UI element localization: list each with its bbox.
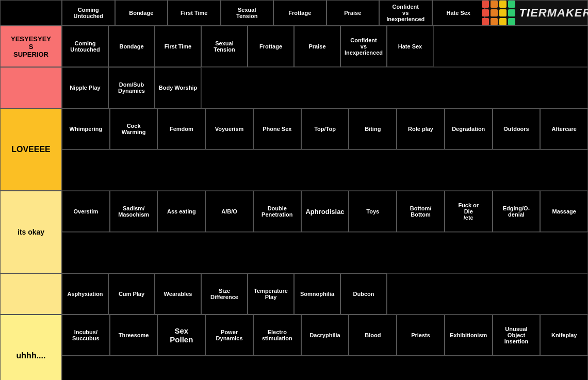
header-col-4: SexualTension: [221, 0, 274, 26]
logo-grid: [482, 1, 515, 25]
logo-text: TiERMAKER: [519, 6, 588, 20]
list-item[interactable]: Hate Sex: [387, 26, 433, 67]
list-item[interactable]: Asphyxiation: [62, 273, 108, 315]
tier-b-items2: Asphyxiation Cum Play Wearables SizeDiff…: [62, 273, 588, 315]
list-item[interactable]: Biting: [349, 108, 397, 150]
tier-b-items: Overstim Sadism/Masochism Ass eating A/B…: [62, 191, 588, 273]
list-item[interactable]: Bottom/Bottom: [397, 191, 445, 232]
tier-c-label: uhhh....: [0, 315, 62, 380]
tier-s-label2: [0, 67, 62, 108]
tiermaker-container: ComingUntouched Bondage First Time Sexua…: [0, 0, 588, 380]
list-item[interactable]: Cum Play: [108, 273, 155, 315]
header-col-8: Hate Sex: [432, 0, 485, 26]
logo-dot: [508, 1, 515, 8]
header-items: ComingUntouched Bondage First Time Sexua…: [62, 0, 485, 26]
tier-b-row: its okay Overstim Sadism/Masochism Ass e…: [0, 191, 588, 273]
tier-s-row: YESYESYEYSSUPERIOR ComingUntouched Bonda…: [0, 26, 588, 67]
tier-c-items: Incubus/Succubus Threesome SexPollen Pow…: [62, 315, 588, 380]
list-item[interactable]: Dacryphilia: [301, 315, 349, 356]
logo-cell: TiERMAKER: [485, 0, 588, 26]
list-item[interactable]: Priests: [397, 315, 445, 356]
logo-dot: [508, 9, 515, 16]
list-item[interactable]: Threesome: [110, 315, 158, 356]
logo-dot: [491, 18, 498, 25]
list-item[interactable]: ComingUntouched: [62, 26, 108, 67]
tier-c-row: uhhh.... Incubus/Succubus Threesome SexP…: [0, 315, 588, 380]
header-row: ComingUntouched Bondage First Time Sexua…: [0, 0, 588, 26]
list-item[interactable]: Dom/SubDynamics: [108, 67, 155, 108]
list-item[interactable]: Sadism/Masochism: [110, 191, 158, 232]
logo-dot: [491, 1, 498, 8]
tier-a-items: Whimpering CockWarming Femdom Voyuerism …: [62, 108, 588, 191]
list-item[interactable]: Ass eating: [157, 191, 205, 232]
list-item[interactable]: Role play: [397, 108, 445, 150]
header-col-7: ConfidentvsInexperienced: [379, 0, 432, 26]
list-item[interactable]: Incubus/Succubus: [62, 315, 110, 356]
list-item[interactable]: Edging/O-denial: [493, 191, 541, 232]
list-item[interactable]: ConfidentvsInexperienced: [340, 26, 387, 67]
list-item[interactable]: SexualTension: [201, 26, 248, 67]
tier-a-label: LOVEEEE: [0, 108, 62, 191]
list-item[interactable]: Degradation: [445, 108, 493, 150]
list-item[interactable]: Massage: [540, 191, 588, 232]
list-item[interactable]: SexPollen: [157, 315, 205, 356]
logo-dot: [482, 1, 489, 8]
header-col-6: Praise: [326, 0, 380, 26]
list-item[interactable]: Phone Sex: [253, 108, 301, 150]
list-item[interactable]: Bondage: [108, 26, 155, 67]
list-item[interactable]: Body Worship: [155, 67, 201, 108]
list-item[interactable]: UnusualObjectInsertion: [493, 315, 541, 356]
tier-b-label: its okay: [0, 191, 62, 273]
list-item[interactable]: Nipple Play: [62, 67, 108, 108]
header-col-2: Bondage: [115, 0, 168, 26]
list-item[interactable]: Toys: [349, 191, 397, 232]
list-item[interactable]: DoublePenetration: [253, 191, 301, 232]
empty-cell: [433, 26, 588, 67]
tier-a-row: LOVEEEE Whimpering CockWarming Femdom Vo…: [0, 108, 588, 191]
list-item[interactable]: Frottage: [248, 26, 294, 67]
tier-s-items2: Nipple Play Dom/SubDynamics Body Worship: [62, 67, 588, 108]
tier-b-row2: Asphyxiation Cum Play Wearables SizeDiff…: [0, 273, 588, 315]
tier-s-row2: Nipple Play Dom/SubDynamics Body Worship: [0, 67, 588, 108]
list-item[interactable]: Outdoors: [493, 108, 541, 150]
list-item[interactable]: Blood: [349, 315, 397, 356]
logo-dot: [499, 18, 507, 25]
logo-dot: [499, 9, 507, 16]
list-item[interactable]: Top/Top: [301, 108, 349, 150]
list-item[interactable]: Dubcon: [340, 273, 387, 315]
list-item[interactable]: A/B/O: [205, 191, 253, 232]
list-item[interactable]: TemperaturePlay: [248, 273, 294, 315]
logo-dot: [482, 9, 489, 16]
list-item[interactable]: Exhibitionism: [445, 315, 493, 356]
empty-cell: [62, 356, 588, 380]
tier-s-label: YESYESYEYSSUPERIOR: [0, 26, 62, 67]
list-item[interactable]: Aphrodisiac: [301, 191, 349, 232]
list-item[interactable]: Overstim: [62, 191, 110, 232]
list-item[interactable]: Praise: [294, 26, 340, 67]
list-item[interactable]: Aftercare: [540, 108, 588, 150]
empty-cell: [62, 150, 588, 191]
header-col-1: ComingUntouched: [62, 0, 115, 26]
tier-b-label2: [0, 273, 62, 315]
list-item[interactable]: Somnophilia: [294, 273, 340, 315]
list-item[interactable]: Voyuerism: [205, 108, 253, 150]
list-item[interactable]: Knifeplay: [540, 315, 588, 356]
empty-cell: [387, 273, 588, 315]
logo-dot: [508, 18, 515, 25]
header-label: [0, 0, 62, 26]
empty-cell: [201, 67, 588, 108]
logo-dot: [499, 1, 507, 8]
list-item[interactable]: CockWarming: [110, 108, 158, 150]
list-item[interactable]: SizeDifference: [201, 273, 248, 315]
list-item[interactable]: PowerDynamics: [205, 315, 253, 356]
tier-s-items: ComingUntouched Bondage First Time Sexua…: [62, 26, 588, 67]
list-item[interactable]: Fuck orDie/etc: [445, 191, 493, 232]
empty-cell: [62, 232, 588, 273]
header-col-3: First Time: [168, 0, 221, 26]
list-item[interactable]: Femdom: [157, 108, 205, 150]
list-item[interactable]: Electrostimulation: [253, 315, 301, 356]
list-item[interactable]: First Time: [155, 26, 201, 67]
list-item[interactable]: Whimpering: [62, 108, 110, 150]
logo-dot: [491, 9, 498, 16]
list-item[interactable]: Wearables: [155, 273, 201, 315]
